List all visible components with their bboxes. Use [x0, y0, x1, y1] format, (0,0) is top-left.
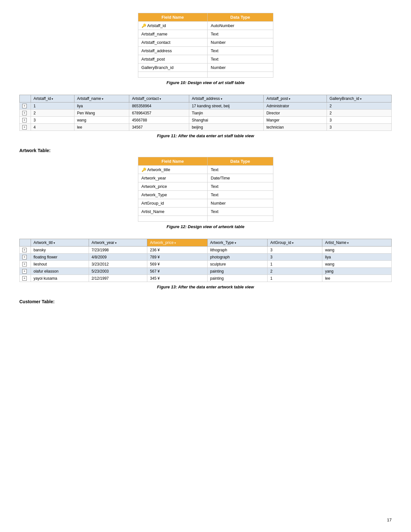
- artwork-cell-group-1: 3: [268, 254, 322, 261]
- artwork-data-row-2: + lieshout 3/23/2012 569 ¥ sculpture 1 w…: [20, 261, 392, 268]
- artwork-cell-title-2: lieshout: [31, 261, 89, 268]
- artstaff-design-row-4: Artstaff_post Text: [138, 55, 273, 63]
- artstaff-cell-post-2: Manger: [264, 117, 327, 124]
- artstaff-data-header-post[interactable]: Artstaff_post: [264, 95, 327, 102]
- artstaff-data-header-contact[interactable]: Artstaff_contact: [129, 95, 189, 102]
- artwork-design-field-0: 🔑 Artwork_title: [138, 166, 207, 174]
- artwork-data-table: Artwork_titl Artwork_year Artwork_price …: [19, 239, 392, 282]
- artwork-data-table-wrapper: Artwork_titl Artwork_year Artwork_price …: [19, 239, 392, 282]
- artstaff-data-table-wrapper: Artstaff_id Artstaff_name Artstaff_conta…: [19, 95, 392, 131]
- artwork-design-caption: Figure 12: Design view of artwork table: [19, 224, 392, 229]
- artstaff-cell-name-2: wang: [74, 117, 129, 124]
- artstaff-cell-branch-1: 2: [327, 110, 392, 117]
- artstaff-row-ctrl-1[interactable]: +: [20, 110, 31, 117]
- artstaff-cell-branch-3: 3: [327, 124, 392, 131]
- artwork-design-field-header: Field Name: [138, 157, 207, 166]
- artstaff-cell-id-0: 1: [31, 102, 74, 110]
- artwork-cell-year-3: 5/23/2003: [89, 268, 147, 275]
- artstaff-data-header-branch[interactable]: GalleryBranch_id: [327, 95, 392, 102]
- artwork-row-ctrl-3[interactable]: +: [20, 268, 31, 275]
- artstaff-design-type-4: Text: [207, 55, 273, 63]
- artwork-row-ctrl-2[interactable]: +: [20, 261, 31, 268]
- artstaff-design-section: Field Name Data Type 🔑 Artstaff_id AutoN…: [19, 13, 392, 85]
- artwork-design-section: Field Name Data Type 🔑 Artwork_title Tex…: [19, 157, 392, 229]
- artstaff-design-type-5: Number: [207, 63, 273, 72]
- artstaff-cell-post-1: Director: [264, 110, 327, 117]
- artwork-design-type-1: Date/Time: [207, 174, 273, 182]
- artwork-data-col-ctrl-header: [20, 239, 31, 247]
- artstaff-cell-contact-1: 678964357: [129, 110, 189, 117]
- artwork-data-header-price[interactable]: Artwork_price: [147, 239, 208, 247]
- artstaff-design-field-0: 🔑 Artstaff_id: [138, 22, 207, 30]
- artwork-design-field-4: ArtGroup_id: [138, 199, 207, 208]
- artwork-cell-type-0: lithograph: [207, 247, 268, 254]
- artwork-design-field-3: Artwork_Type: [138, 191, 207, 199]
- artwork-cell-type-2: sculpture: [207, 261, 268, 268]
- artstaff-row-ctrl-2[interactable]: +: [20, 117, 31, 124]
- artwork-design-type-2: Text: [207, 182, 273, 191]
- artwork-data-header-group[interactable]: ArtGroup_id: [268, 239, 322, 247]
- artstaff-cell-branch-2: 3: [327, 117, 392, 124]
- artwork-row-ctrl-1[interactable]: +: [20, 254, 31, 261]
- artwork-design-type-5: Text: [207, 208, 273, 216]
- artstaff-design-field-5: GalleryBranch_id: [138, 63, 207, 72]
- artstaff-cell-post-3: technician: [264, 124, 327, 131]
- artstaff-design-field-2: Artstaff_contact: [138, 38, 207, 47]
- artstaff-data-section: Artstaff_id Artstaff_name Artstaff_conta…: [19, 95, 392, 138]
- artstaff-design-type-2: Number: [207, 38, 273, 47]
- artwork-cell-artist-2: wang: [322, 261, 392, 268]
- artstaff-data-row-0: + 1 liya 865358964 17 kanding street, be…: [20, 102, 392, 110]
- artwork-design-type-header: Data Type: [207, 157, 273, 166]
- artstaff-design-row-0: 🔑 Artstaff_id AutoNumber: [138, 22, 273, 30]
- artwork-design-row-1: Artwork_year Date/Time: [138, 174, 273, 182]
- artstaff-data-header-name[interactable]: Artstaff_name: [74, 95, 129, 102]
- artwork-cell-artist-0: wang: [322, 247, 392, 254]
- artstaff-cell-name-3: lee: [74, 124, 129, 131]
- artwork-cell-year-0: 7/23/1998: [89, 247, 147, 254]
- artwork-data-header-title[interactable]: Artwork_titl: [31, 239, 89, 247]
- artwork-cell-artist-1: liya: [322, 254, 392, 261]
- artwork-row-ctrl-0[interactable]: +: [20, 247, 31, 254]
- artwork-data-header-type[interactable]: Artwork_Type: [207, 239, 268, 247]
- artwork-cell-title-0: bansky: [31, 247, 89, 254]
- artstaff-row-ctrl-0[interactable]: +: [20, 102, 31, 110]
- artwork-cell-group-2: 1: [268, 261, 322, 268]
- artwork-cell-year-1: 4/8/2009: [89, 254, 147, 261]
- artstaff-cell-contact-0: 865358964: [129, 102, 189, 110]
- artwork-cell-group-3: 2: [268, 268, 322, 275]
- artwork-data-header-artist[interactable]: Artist_Name: [322, 239, 392, 247]
- artwork-design-table-wrapper: Field Name Data Type 🔑 Artwork_title Tex…: [19, 157, 392, 222]
- artwork-design-type-0: Text: [207, 166, 273, 174]
- artstaff-design-type-3: Text: [207, 47, 273, 55]
- artwork-cell-price-1: 789 ¥: [147, 254, 208, 261]
- artwork-design-field-2: Artwork_price: [138, 182, 207, 191]
- artstaff-data-col-ctrl-header: [20, 95, 31, 102]
- artwork-design-row-5: Artist_Name Text: [138, 208, 273, 216]
- artstaff-design-type-1: Text: [207, 30, 273, 38]
- artstaff-row-ctrl-3[interactable]: +: [20, 124, 31, 131]
- artwork-cell-group-4: 1: [268, 275, 322, 282]
- artwork-cell-year-2: 3/23/2012: [89, 261, 147, 268]
- artwork-data-header-year[interactable]: Artwork_year: [89, 239, 147, 247]
- artstaff-cell-post-0: Administrator: [264, 102, 327, 110]
- artwork-cell-year-4: 2/12/1997: [89, 275, 147, 282]
- artstaff-cell-contact-2: 4566788: [129, 117, 189, 124]
- artstaff-data-header-address[interactable]: Artstaff_address: [189, 95, 264, 102]
- artstaff-cell-address-3: beijing: [189, 124, 264, 131]
- artstaff-cell-address-1: Tianjin: [189, 110, 264, 117]
- artwork-data-row-3: + olafur eliasson 5/23/2003 567 ¥ painti…: [20, 268, 392, 275]
- artwork-data-row-4: + yayoi kusama 2/12/1997 345 ¥ painting …: [20, 275, 392, 282]
- artwork-cell-type-1: photograph: [207, 254, 268, 261]
- artwork-design-empty-row: [138, 216, 273, 222]
- artstaff-cell-address-2: Shanghai: [189, 117, 264, 124]
- artstaff-data-row-2: + 3 wang 4566788 Shanghai Manger 3: [20, 117, 392, 124]
- artwork-design-row-4: ArtGroup_id Number: [138, 199, 273, 208]
- key-icon: 🔑: [142, 24, 146, 28]
- artwork-row-ctrl-4[interactable]: +: [20, 275, 31, 282]
- artstaff-data-header-id[interactable]: Artstaff_id: [31, 95, 74, 102]
- artstaff-design-caption: Figure 10: Design view of art staff tabl…: [19, 80, 392, 85]
- artwork-design-row-2: Artwork_price Text: [138, 182, 273, 191]
- page-number: 17: [387, 517, 392, 522]
- artstaff-design-row-2: Artstaff_contact Number: [138, 38, 273, 47]
- artwork-cell-price-4: 345 ¥: [147, 275, 208, 282]
